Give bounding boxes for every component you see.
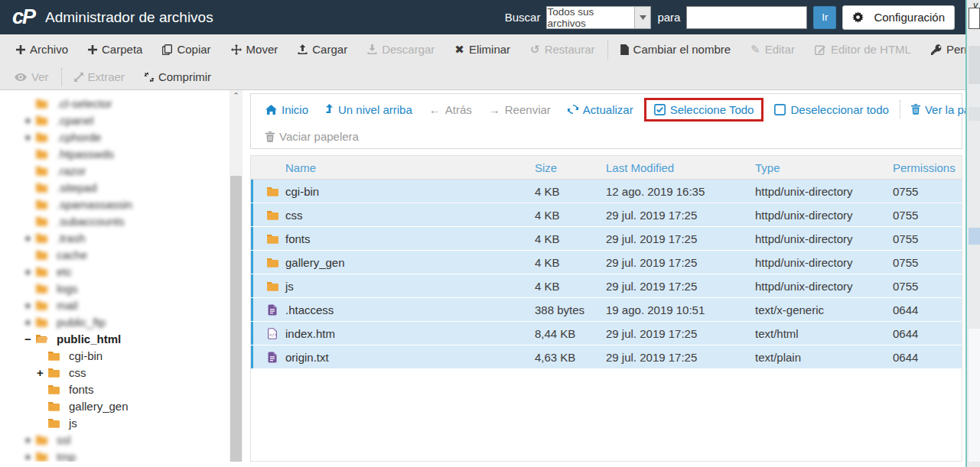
nav-button-ver-la-papelera[interactable]: Ver la papelera — [903, 103, 965, 116]
nav-button-inicio[interactable]: Inicio — [257, 103, 317, 116]
column-header-permissions[interactable]: Permissions — [893, 161, 962, 174]
toolbar-button-carpeta[interactable]: Carpeta — [78, 43, 152, 56]
tree-item-etc[interactable]: +etc — [0, 263, 230, 280]
expand-icon[interactable]: + — [24, 232, 35, 245]
tree-item-logs[interactable]: logs — [0, 280, 230, 297]
tree-item-htpasswds[interactable]: .htpasswds — [0, 145, 230, 162]
search-go-button[interactable]: Ir — [813, 6, 836, 29]
toolbar-button-permisos[interactable]: Permisos — [921, 43, 965, 56]
expand-icon[interactable]: + — [24, 450, 35, 462]
nav-button-seleccione-todo[interactable]: Seleccione Todo — [648, 103, 760, 116]
table-row[interactable]: cgi-bin4 KB12 ago. 2019 16:35httpd/unix-… — [251, 180, 962, 203]
scrollbar-thumb[interactable] — [230, 176, 242, 462]
background-band — [969, 8, 980, 29]
toolbar-button-descargar: Descargar — [357, 43, 444, 56]
toolbar-button-eliminar[interactable]: ✖Eliminar — [444, 43, 520, 56]
tree-item-js[interactable]: js — [0, 414, 230, 431]
background-band — [969, 46, 980, 84]
expand-icon[interactable]: + — [24, 265, 35, 278]
tree-item-public-html[interactable]: −public_html — [0, 330, 230, 347]
table-row[interactable]: js4 KB29 jul. 2019 17:25httpd/unix-direc… — [251, 274, 962, 297]
tree-item-ssl[interactable]: +ssl — [0, 431, 230, 448]
tree-item-label: fonts — [69, 383, 94, 396]
toolbar-button-copiar[interactable]: Copiar — [152, 43, 220, 56]
page-title: Administrador de archivos — [45, 9, 213, 26]
checkbox-checked-icon — [654, 104, 666, 115]
file-modified-cell: 29 jul. 2019 17:25 — [606, 256, 755, 269]
app-header: cP Administrador de archivos Buscar Todo… — [0, 0, 965, 34]
expand-icon[interactable]: + — [24, 114, 35, 127]
table-row[interactable]: css4 KB29 jul. 2019 17:25httpd/unix-dire… — [251, 203, 962, 226]
toolbar-button-cambiar-el-nombre[interactable]: Cambiar el nombre — [610, 43, 741, 56]
tree-item-public-ftp[interactable]: +public_ftp — [0, 313, 230, 330]
tree-item-razor[interactable]: .razor — [0, 162, 230, 179]
toolbar-button-cargar[interactable]: Cargar — [288, 43, 357, 56]
table-row[interactable]: .htaccess388 bytes19 ago. 2019 10:51text… — [251, 298, 962, 321]
nav-button-un-nivel-arriba[interactable]: Un nivel arriba — [317, 103, 421, 116]
toolbar-button-mover[interactable]: Mover — [221, 43, 288, 56]
brand: cP Administrador de archivos — [12, 5, 213, 29]
collapse-icon[interactable]: − — [24, 332, 35, 345]
toolbar-row-2: VerExtraerComprimir — [0, 64, 965, 89]
tree-item-tmp[interactable]: +tmp — [0, 448, 230, 462]
sidebar-scrollbar[interactable]: ⌃ — [230, 90, 243, 462]
file-modified-cell: 29 jul. 2019 17:25 — [606, 280, 755, 293]
expand-icon[interactable]: + — [24, 299, 35, 312]
file-modified-cell: 29 jul. 2019 17:25 — [606, 209, 755, 222]
nav-button-label: Reenviar — [505, 103, 551, 116]
background-band — [969, 107, 980, 121]
tree-item-label: .cpanel — [57, 114, 93, 127]
tree-item-cgi-bin[interactable]: cgi-bin — [0, 347, 230, 364]
column-header-name[interactable]: Name — [285, 161, 535, 174]
toolbar-button-label: Extraer — [88, 70, 125, 83]
column-header-type[interactable]: Type — [755, 161, 893, 174]
tree-item-cphorde[interactable]: +.cphorde — [0, 128, 230, 145]
tree-item-sitepad[interactable]: .sitepad — [0, 179, 230, 196]
file-permissions-cell: 0755 — [893, 232, 962, 245]
search-bar: Buscar Todos sus archivos para Ir Config… — [505, 5, 955, 30]
copy-icon — [162, 44, 172, 55]
expand-icon[interactable]: + — [24, 316, 35, 329]
table-row[interactable]: </>index.htm8,44 KB29 jul. 2019 17:25tex… — [251, 322, 962, 345]
search-scope-select[interactable]: Todos sus archivos — [546, 6, 651, 29]
table-row[interactable]: origin.txt4,63 KB29 jul. 2019 17:25text/… — [251, 345, 962, 368]
search-term-input[interactable] — [686, 6, 807, 29]
tree-item-trash[interactable]: +.trash — [0, 229, 230, 246]
tree-item-cl-selector[interactable]: .cl-selector — [0, 95, 230, 112]
tree-item-label: .spamassassin — [57, 198, 132, 211]
tree-item-label: public_ftp — [57, 316, 106, 329]
tree-item-css[interactable]: +css — [0, 364, 230, 381]
tree-item-fonts[interactable]: fonts — [0, 381, 230, 397]
svg-text:</>: </> — [269, 332, 277, 337]
toolbar-button-archivo[interactable]: Archivo — [6, 43, 78, 56]
annotation-highlight-box: Seleccione Todo — [644, 98, 764, 122]
tree-item-subaccounts[interactable]: .subaccounts — [0, 212, 230, 229]
table-row[interactable]: gallery_gen4 KB29 jul. 2019 17:25httpd/u… — [251, 251, 962, 274]
nav-button-deseleccionar-todo[interactable]: Deseleccionar todo — [766, 103, 897, 116]
expand-icon[interactable]: + — [37, 366, 47, 379]
expand-icon[interactable]: + — [24, 131, 35, 144]
tree-item-spamassassin[interactable]: .spamassassin — [0, 196, 230, 212]
tree-item-cache[interactable]: cache — [0, 246, 230, 263]
column-header-last-modified[interactable]: Last Modified — [606, 161, 755, 174]
chevron-down-icon — [634, 7, 650, 28]
file-modified-cell: 12 ago. 2019 16:35 — [606, 185, 755, 198]
tree-item-gallery-gen[interactable]: gallery_gen — [0, 397, 230, 414]
toolbar-button-label: Editar — [765, 43, 795, 56]
file-modified-cell: 29 jul. 2019 17:25 — [606, 327, 755, 340]
scroll-up-icon[interactable]: ⌃ — [230, 90, 243, 101]
settings-button[interactable]: Configuración — [842, 5, 955, 30]
file-size-cell: 4 KB — [535, 209, 606, 222]
expand-icon[interactable]: + — [24, 433, 35, 446]
tree-item-cpanel[interactable]: +.cpanel — [0, 112, 230, 128]
nav-button-label: Deseleccionar todo — [790, 103, 888, 116]
nav-button-actualizar[interactable]: Actualizar — [559, 103, 642, 116]
table-row[interactable]: fonts4 KB29 jul. 2019 17:25httpd/unix-di… — [251, 227, 962, 250]
background-band — [969, 228, 980, 245]
gear-icon — [852, 11, 864, 23]
file-icon — [259, 352, 285, 363]
column-header-size[interactable]: Size — [535, 161, 606, 174]
tree-item-mail[interactable]: +mail — [0, 297, 230, 313]
tree-item-label: cache — [57, 248, 87, 261]
toolbar-button-comprimir[interactable]: Comprimir — [135, 70, 221, 83]
